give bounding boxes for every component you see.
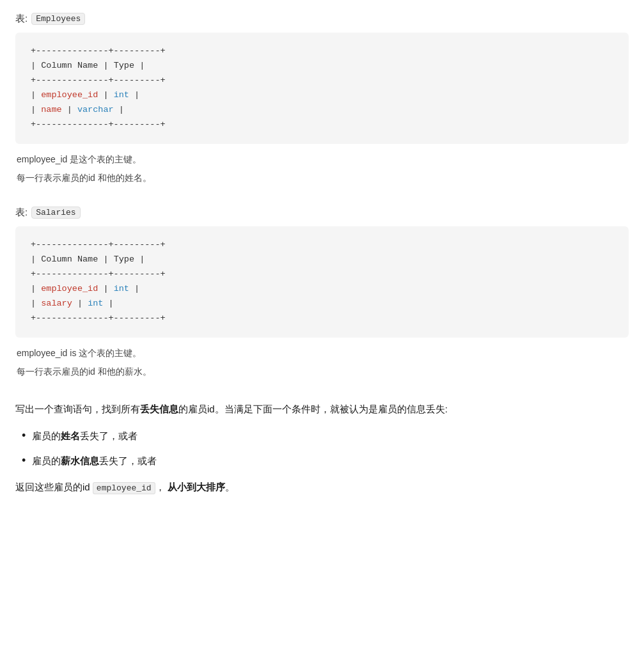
employees-divider-bot: +--------------+---------+ bbox=[31, 118, 613, 132]
question-intro-paragraph: 写出一个查询语句，找到所有丢失信息的雇员id。当满足下面一个条件时，就被认为是雇… bbox=[15, 400, 629, 419]
return-end: 。 bbox=[225, 481, 235, 492]
salaries-header-row: | Column Name | Type | bbox=[31, 253, 613, 267]
salaries-divider-top: +--------------+---------+ bbox=[31, 238, 613, 253]
bullet2-suffix: 丢失了，或者 bbox=[99, 455, 157, 466]
question-bold1: 丢失信息 bbox=[140, 403, 178, 414]
salaries-desc1: employee_id is 这个表的主键。 bbox=[15, 345, 629, 361]
return-suffix: ， bbox=[155, 481, 165, 492]
salaries-row1-type: int bbox=[114, 284, 129, 293]
salaries-divider-mid: +--------------+---------+ bbox=[31, 267, 613, 282]
employees-code-block: +--------------+---------+ | Column Name… bbox=[15, 33, 629, 144]
employees-table-name: Employees bbox=[31, 13, 85, 25]
return-prefix: 返回这些雇员的id bbox=[15, 481, 90, 492]
salaries-desc2: 每一行表示雇员的id 和他的薪水。 bbox=[15, 364, 629, 380]
question-intro2: 的雇员id。当满足下面一个条件时，就被认为是雇员的信息丢失: bbox=[178, 403, 448, 414]
return-line: 返回这些雇员的id employee_id， 从小到大排序。 bbox=[15, 478, 629, 497]
salaries-header-col1: Column Name bbox=[41, 254, 98, 264]
bullet-item-1: 雇员的姓名丢失了，或者 bbox=[22, 428, 629, 444]
employees-row2-type: varchar bbox=[77, 105, 114, 114]
employees-desc1: employee_id 是这个表的主键。 bbox=[15, 152, 629, 168]
employees-row2-name: name bbox=[41, 105, 61, 114]
employees-header-col2: Type bbox=[114, 61, 134, 70]
salaries-table-label: 表: Salaries bbox=[15, 207, 629, 219]
salaries-section: 表: Salaries +--------------+---------+ |… bbox=[15, 207, 629, 380]
bullet1-text: 雇员的姓名丢失了，或者 bbox=[32, 428, 137, 444]
salaries-label-prefix: 表: bbox=[15, 207, 27, 219]
salaries-row2: | salary | int | bbox=[31, 297, 613, 311]
employees-row1: | employee_id | int | bbox=[31, 88, 613, 103]
employees-header-col1: Column Name bbox=[41, 61, 98, 70]
salaries-table-name: Salaries bbox=[31, 207, 80, 219]
salaries-header-col2: Type bbox=[114, 254, 134, 264]
bullet2-bold: 薪水信息 bbox=[61, 455, 99, 466]
employees-row2: | name | varchar | bbox=[31, 103, 613, 118]
salaries-code-block: +--------------+---------+ | Column Name… bbox=[15, 226, 629, 338]
employees-divider-top: +--------------+---------+ bbox=[31, 44, 613, 59]
salaries-row1-name: employee_id bbox=[41, 284, 98, 293]
salaries-row2-name: salary bbox=[41, 299, 72, 308]
bullet1-prefix: 雇员的 bbox=[32, 430, 61, 441]
question-intro: 写出一个查询语句，找到所有 bbox=[15, 403, 140, 414]
salaries-divider-bot: +--------------+---------+ bbox=[31, 311, 613, 326]
salaries-row1: | employee_id | int | bbox=[31, 282, 613, 297]
bullet1-bold: 姓名 bbox=[61, 430, 80, 441]
employees-row1-type: int bbox=[114, 90, 129, 100]
employees-desc2: 每一行表示雇员的id 和他的姓名。 bbox=[15, 170, 629, 186]
bullet2-text: 雇员的薪水信息丢失了，或者 bbox=[32, 453, 157, 469]
question-bullets: 雇员的姓名丢失了，或者 雇员的薪水信息丢失了，或者 bbox=[15, 428, 629, 469]
bullet2-prefix: 雇员的 bbox=[32, 455, 61, 466]
employees-header-row: | Column Name | Type | bbox=[31, 59, 613, 74]
employees-divider-mid: +--------------+---------+ bbox=[31, 74, 613, 88]
employees-table-label: 表: Employees bbox=[15, 13, 629, 25]
employees-label-prefix: 表: bbox=[15, 13, 27, 25]
salaries-row2-type: int bbox=[88, 299, 103, 308]
bullet1-suffix: 丢失了，或者 bbox=[80, 430, 137, 441]
bullet-item-2: 雇员的薪水信息丢失了，或者 bbox=[22, 453, 629, 469]
return-code: employee_id bbox=[93, 482, 155, 494]
question-section: 写出一个查询语句，找到所有丢失信息的雇员id。当满足下面一个条件时，就被认为是雇… bbox=[15, 400, 629, 496]
employees-section: 表: Employees +--------------+---------+ … bbox=[15, 13, 629, 186]
employees-row1-name: employee_id bbox=[41, 90, 98, 100]
return-bold: 从小到大排序 bbox=[168, 481, 225, 492]
